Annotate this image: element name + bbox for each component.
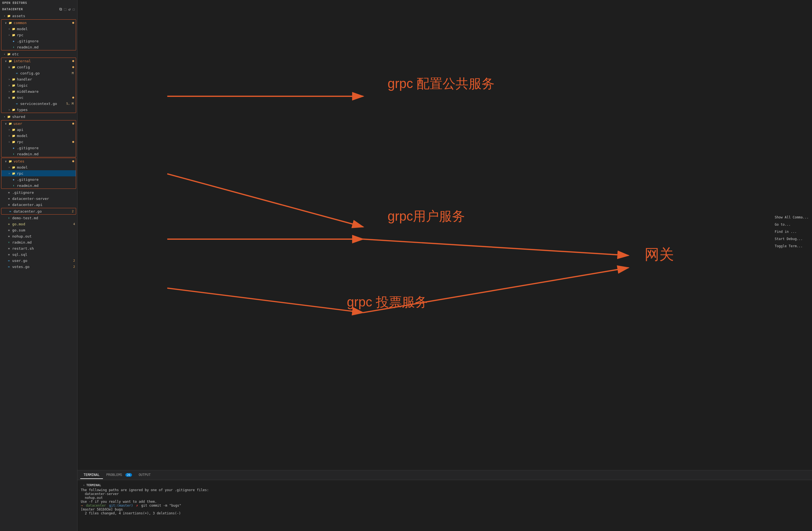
git-icon: ◆ bbox=[11, 177, 16, 182]
file-icon: ≡ bbox=[6, 228, 11, 232]
tree-item-config[interactable]: ∨ 📁 config bbox=[1, 64, 76, 70]
item-label: common bbox=[14, 21, 72, 25]
tree-item-readmin-votes[interactable]: › ⬇ readmin.md bbox=[1, 183, 76, 188]
tree-item-model[interactable]: › 📁 model bbox=[1, 26, 76, 32]
tree-item-readmin-user[interactable]: › ⬇ readmin.md bbox=[1, 151, 76, 157]
tree-item-gitignore-votes[interactable]: › ◆ .gitignore bbox=[1, 176, 76, 183]
chevron-icon: › bbox=[2, 52, 6, 56]
item-label: config bbox=[17, 65, 72, 69]
item-label: .gitignore bbox=[12, 190, 77, 195]
folder-icon: 📁 bbox=[11, 65, 16, 69]
status-dot bbox=[72, 66, 74, 68]
context-show-all[interactable]: Show All Comma... bbox=[773, 215, 810, 220]
expand-icon[interactable]: › bbox=[83, 484, 85, 487]
arrow-grpc-votes bbox=[167, 288, 363, 313]
tab-output[interactable]: OUTPUT bbox=[135, 471, 154, 479]
new-folder-icon[interactable]: ⬚ bbox=[64, 7, 67, 12]
chevron-icon: › bbox=[7, 127, 11, 132]
tree-item-radmin[interactable]: › ⬇ radmin.md bbox=[0, 239, 77, 245]
tree-item-rpc-common[interactable]: › 📁 rpc bbox=[1, 32, 76, 38]
arrow-to-gateway1 bbox=[363, 239, 628, 256]
tree-item-nohup[interactable]: › ≡ nohup.out bbox=[0, 233, 77, 239]
tree-item-user[interactable]: ∨ 📁 user bbox=[1, 120, 76, 127]
tree-item-votes-go[interactable]: › ∞ votes.go 2 bbox=[0, 263, 77, 270]
context-toggle-term[interactable]: Toggle Term... bbox=[773, 244, 810, 249]
tree-item-restart[interactable]: › ≡ restart.sh bbox=[0, 245, 77, 252]
tree-item-go-sum[interactable]: › ≡ go.sum bbox=[0, 227, 77, 233]
new-file-icon[interactable]: ⧉ bbox=[59, 7, 62, 12]
tree-item-votes[interactable]: ∨ 📁 votes bbox=[1, 158, 76, 164]
group-votes: ∨ 📁 votes › 📁 model › 📁 rpc › ◆ .gitigno… bbox=[1, 158, 76, 189]
tree-item-handler[interactable]: › 📁 handler bbox=[1, 76, 76, 82]
group-user: ∨ 📁 user › 📁 api › 📁 model › 📁 rpc bbox=[1, 120, 76, 157]
open-editors-header: OPEN EDITORS bbox=[0, 0, 77, 6]
tree-item-shared[interactable]: › 📁 shared bbox=[0, 114, 77, 119]
go-icon: ∞ bbox=[6, 264, 11, 269]
folder-icon: 📁 bbox=[8, 59, 13, 63]
tree-item-gitignore-user[interactable]: › ◆ .gitignore bbox=[1, 145, 76, 151]
tree-item-gitignore-root[interactable]: › ≡ .gitignore bbox=[0, 189, 77, 196]
tree-item-readmin-common[interactable]: › ⬇ readmin.md bbox=[1, 44, 76, 50]
terminal-section: › TERMINAL bbox=[81, 482, 809, 488]
refresh-icon[interactable]: ↺ bbox=[68, 7, 71, 12]
badge: M bbox=[72, 71, 76, 75]
chevron-icon: › bbox=[7, 171, 11, 175]
tree-item-svc[interactable]: ∨ 📁 svc bbox=[1, 95, 76, 100]
item-label: sql.sql bbox=[12, 253, 77, 257]
tree-item-api[interactable]: › 📁 api bbox=[1, 127, 76, 133]
tree-item-model-user[interactable]: › 📁 model bbox=[1, 133, 76, 139]
context-goto[interactable]: Go to... bbox=[773, 222, 810, 227]
label-grpc-user: grpc用户服务 bbox=[388, 209, 465, 224]
folder-icon: 📁 bbox=[11, 77, 16, 82]
tab-problems[interactable]: PROBLEMS 26 bbox=[103, 471, 135, 479]
terminal-panel: TERMINAL PROBLEMS 26 OUTPUT › TERMINAL T… bbox=[77, 470, 812, 531]
item-label: config.go bbox=[20, 71, 72, 75]
terminal-section-label: TERMINAL bbox=[86, 483, 101, 487]
tree-item-etc[interactable]: › 📁 etc bbox=[0, 51, 77, 57]
tree-item-go-mod[interactable]: › ≡ go.mod 4 bbox=[0, 221, 77, 227]
tree-item-internal[interactable]: ∨ 📁 internal bbox=[1, 58, 76, 64]
tree-item-model-votes[interactable]: › 📁 model bbox=[1, 164, 76, 170]
diagram-area: grpc 配置公共服务 grpc用户服务 grpc 投票服务 网关 Show A… bbox=[77, 0, 812, 470]
chevron-icon: › bbox=[2, 14, 6, 18]
group-common: ∨ 📁 common › 📁 model › 📁 rpc › ◆ .gitign… bbox=[1, 19, 76, 51]
chevron-icon: › bbox=[7, 165, 11, 169]
item-label: datacenter.go bbox=[14, 209, 72, 213]
item-label: nohup.out bbox=[12, 234, 77, 238]
label-gateway: 网关 bbox=[644, 246, 674, 262]
item-label: .gitignore bbox=[17, 146, 76, 150]
folder-icon: 📁 bbox=[11, 95, 16, 100]
folder-icon: 📁 bbox=[11, 89, 16, 94]
tree-item-middleware[interactable]: › 📁 middleware bbox=[1, 88, 76, 95]
folder-icon: 📁 bbox=[8, 20, 13, 25]
tree-item-datacenter-go[interactable]: › ∞ datacenter.go 2 bbox=[1, 208, 76, 214]
context-find-in[interactable]: Find in ... bbox=[773, 229, 810, 234]
prompt-cmd: git commit -m "bugs" bbox=[139, 504, 181, 507]
tree-item-config-go[interactable]: › ∞ config.go M bbox=[1, 70, 76, 76]
tree-item-types[interactable]: › 📁 types bbox=[1, 106, 76, 113]
context-start-debug[interactable]: Start Debug... bbox=[773, 236, 810, 241]
tree-item-assets[interactable]: › 📁 assets bbox=[0, 13, 77, 19]
tree-item-datacenter-api[interactable]: › ≡ datacenter.api bbox=[0, 202, 77, 207]
tree-item-demo-test[interactable]: › ⬇ demo-test.md bbox=[0, 215, 77, 221]
badge: 4 bbox=[73, 222, 77, 226]
tree-item-servicecontext-go[interactable]: › ∞ servicecontext.go 5, M bbox=[1, 100, 76, 106]
tab-terminal[interactable]: TERMINAL bbox=[80, 471, 103, 479]
tree-item-user-go[interactable]: › ∞ user.go 2 bbox=[0, 257, 77, 263]
tree-item-datacenter-server[interactable]: › ≡ datacenter-server bbox=[0, 196, 77, 202]
tree-item-common[interactable]: ∨ 📁 common bbox=[1, 20, 76, 26]
tree-item-logic[interactable]: › 📁 logic bbox=[1, 82, 76, 88]
chevron-icon: ∨ bbox=[4, 59, 8, 63]
status-dot bbox=[72, 141, 74, 143]
file-icon: ≡ bbox=[6, 222, 11, 226]
status-dot bbox=[72, 22, 74, 24]
go-icon: ∞ bbox=[15, 71, 19, 75]
tree-item-rpc-user[interactable]: › 📁 rpc bbox=[1, 139, 76, 145]
tree-item-gitignore-common[interactable]: › ◆ .gitignore bbox=[1, 38, 76, 44]
chevron-icon: ∨ bbox=[4, 20, 8, 25]
arrow-grpc-user bbox=[167, 174, 363, 227]
tree-item-rpc-votes[interactable]: › 📁 rpc bbox=[1, 170, 76, 176]
folder-icon: 📁 bbox=[11, 140, 16, 144]
tree-item-sql[interactable]: › ≡ sql.sql bbox=[0, 252, 77, 257]
collapse-icon[interactable]: ☐ bbox=[73, 7, 75, 12]
